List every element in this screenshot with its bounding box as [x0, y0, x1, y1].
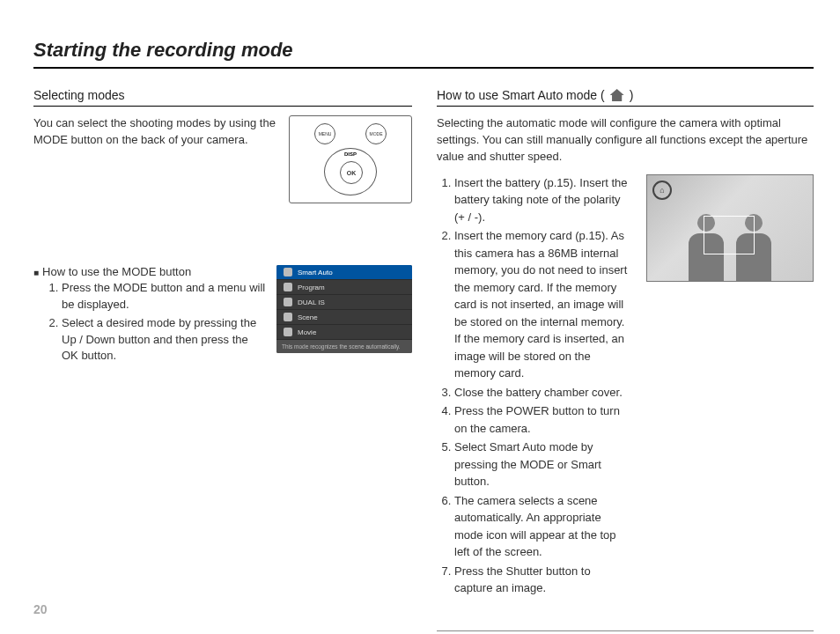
mode-menu-item-smart-auto: Smart Auto [276, 265, 412, 280]
movie-icon [284, 328, 292, 336]
dpad-icon: DISP OK [324, 148, 377, 195]
section-heading-selecting-modes: Selecting modes [33, 88, 412, 107]
howto-mode-steps: Press the MODE button and a menu will be… [62, 280, 266, 365]
page-title: Starting the recording mode [33, 39, 814, 69]
mode-menu-footer: This mode recognizes the scene automatic… [276, 340, 412, 353]
disp-label: DISP [344, 151, 357, 157]
lcd-preview-illustration: ⌂ [646, 174, 814, 282]
mode-menu-item-movie: Movie [276, 325, 412, 340]
selecting-modes-intro: You can select the shooting modes by usi… [33, 115, 278, 149]
two-columns: Selecting modes You can select the shoot… [33, 88, 814, 634]
note-box: ✎ If the auto focus frame turns to red w… [437, 630, 814, 634]
howto-mode-title: ■How to use the MODE button [33, 265, 266, 278]
smart-auto-steps: Insert the battery (p.15). Insert the ba… [437, 174, 630, 599]
page-number: 20 [33, 602, 48, 616]
mode-menu-item-dual-is: DUAL IS [276, 295, 412, 310]
mode-menu-item-scene: Scene [276, 310, 412, 325]
mode-menu-screenshot: Smart Auto Program DUAL IS Scene Movie T… [276, 265, 412, 353]
scene-icon [284, 313, 292, 321]
mode-button-icon: MODE [365, 123, 387, 144]
mode-menu-item-program: Program [276, 280, 412, 295]
program-icon [284, 283, 292, 291]
smart-auto-icon [284, 268, 292, 276]
manual-page: Starting the recording mode Selecting mo… [0, 0, 840, 634]
smart-auto-mode-icon [610, 89, 624, 101]
camera-back-illustration: MENU MODE DISP OK [289, 115, 412, 203]
menu-button-icon: MENU [314, 123, 335, 144]
autofocus-frame-icon [704, 216, 755, 254]
section-heading-smart-auto: How to use Smart Auto mode ( ) [437, 88, 814, 107]
column-right: How to use Smart Auto mode ( ) Selecting… [437, 88, 814, 634]
smart-auto-intro: Selecting the automatic mode will config… [437, 115, 814, 166]
ok-button-icon: OK [340, 161, 363, 184]
column-left: Selecting modes You can select the shoot… [33, 88, 412, 634]
square-bullet-icon: ■ [33, 268, 39, 277]
dual-is-icon [284, 298, 292, 306]
